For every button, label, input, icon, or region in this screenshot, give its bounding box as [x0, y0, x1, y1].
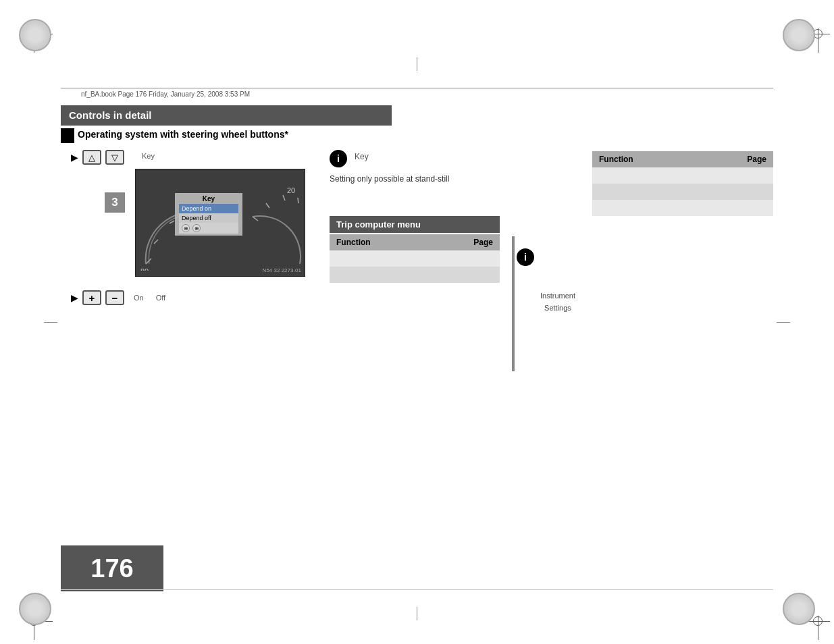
- number-badge: 3: [105, 192, 125, 213]
- function-table: Function Page: [592, 151, 773, 216]
- svg-text:100: 100: [159, 269, 172, 271]
- trip-row1-page: [430, 250, 500, 267]
- func-row1-page: [700, 167, 773, 184]
- arrow-icon-2: ▶: [71, 292, 78, 303]
- table-row: [330, 267, 500, 283]
- table-row: [330, 250, 500, 267]
- photo-ref: N54 32 2273-01: [263, 267, 301, 273]
- trip-row1-func: [330, 250, 430, 267]
- table-row: [592, 167, 773, 184]
- func-row1-func: [592, 167, 700, 184]
- trip-col-function: Function: [330, 234, 430, 250]
- menu-title: Key: [179, 195, 238, 203]
- tick-right: [777, 322, 790, 323]
- dashboard-image: 80 100 20 10 Key Depend on Depend off ⊕ …: [135, 169, 305, 277]
- section-heading: Operating system with steering wheel but…: [78, 129, 288, 140]
- trip-table: Function Page: [330, 234, 500, 283]
- on-label: On: [134, 294, 144, 302]
- tick-left: [44, 322, 57, 323]
- tick-top: [417, 57, 417, 71]
- func-col-function: Function: [592, 151, 700, 167]
- header-title: Controls in detail: [69, 109, 152, 121]
- speedo-right-svg: 20 10: [249, 176, 303, 264]
- info-icon-1: i: [330, 150, 347, 167]
- off-label: Off: [156, 294, 165, 302]
- func-row3-func: [592, 200, 700, 216]
- instrument-label-text: InstrumentSettings: [540, 292, 575, 312]
- minus-btn-icon: −: [105, 290, 124, 305]
- trip-computer-section: Trip computer menu Function Page: [330, 216, 500, 283]
- info-block-1: i: [330, 150, 347, 167]
- func-row3-page: [700, 200, 773, 216]
- menu-item-2: Depend off: [179, 213, 238, 223]
- corner-circle-tr: [783, 19, 815, 51]
- tick-bottom: [417, 607, 417, 620]
- function-page-section: Function Page: [592, 150, 773, 216]
- section-accent: [61, 128, 74, 143]
- arrow-icon-1: ▶: [71, 152, 78, 163]
- vertical-divider: [512, 236, 515, 371]
- trip-header: Trip computer menu: [330, 216, 500, 233]
- on-off-row: ▶ + − On Off: [71, 290, 165, 305]
- func-row2-page: [700, 184, 773, 200]
- instrument-settings-label: InstrumentSettings: [540, 290, 575, 314]
- trip-row2-func: [330, 267, 430, 283]
- book-ref-text: nf_BA.book Page 176 Friday, January 25, …: [61, 90, 250, 98]
- menu-item-1: Depend on: [179, 204, 238, 213]
- keys-row-1: ▶ △ ▽: [71, 150, 124, 165]
- trip-row2-page: [430, 267, 500, 283]
- svg-line-8: [266, 203, 269, 208]
- key-phone-icon: △: [82, 150, 101, 165]
- standstill-text: Setting only possible at stand-still: [330, 173, 449, 186]
- key-label-2: Key: [355, 152, 369, 161]
- svg-text:80: 80: [140, 267, 149, 271]
- svg-line-7: [253, 217, 258, 221]
- trip-col-page: Page: [430, 234, 500, 250]
- func-col-page: Page: [700, 151, 773, 167]
- plus-btn-icon: +: [82, 290, 101, 305]
- key-check-icon: ▽: [105, 150, 124, 165]
- info-block-right: i: [517, 248, 534, 266]
- header-bar: Controls in detail: [61, 105, 392, 126]
- menu-overlay: Key Depend on Depend off ⊕ ⊕: [175, 193, 242, 236]
- table-row: [592, 200, 773, 216]
- table-row: [592, 184, 773, 200]
- book-ref-bar: nf_BA.book Page 176 Friday, January 25, …: [61, 88, 773, 105]
- on-off-labels: On Off: [134, 294, 165, 302]
- corner-circle-br: [783, 593, 815, 625]
- corner-circle-tl: [19, 19, 51, 51]
- svg-line-2: [170, 221, 174, 223]
- svg-text:20: 20: [287, 186, 295, 194]
- func-row2-func: [592, 184, 700, 200]
- corner-circle-bl: [19, 593, 51, 625]
- svg-line-9: [283, 195, 285, 200]
- page-number-box: 176: [61, 545, 163, 591]
- svg-line-1: [154, 240, 158, 244]
- svg-line-10: [298, 198, 298, 203]
- menu-item-3: ⊕ ⊕: [179, 223, 238, 234]
- key-label-1: Key: [142, 152, 155, 160]
- info-icon-2: i: [517, 248, 534, 266]
- bottom-rule: [61, 589, 773, 590]
- page-number: 176: [90, 554, 133, 583]
